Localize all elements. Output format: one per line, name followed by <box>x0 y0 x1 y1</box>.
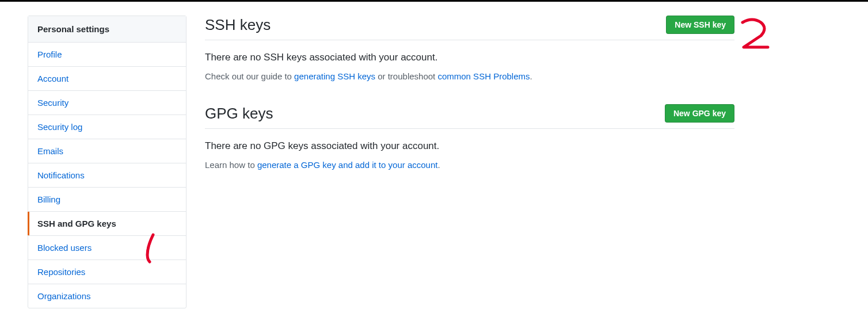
sidebar-item-security[interactable]: Security <box>28 91 186 115</box>
ssh-help-prefix: Check out our guide to <box>205 71 294 81</box>
gpg-help-text: Learn how to generate a GPG key and add … <box>205 160 734 170</box>
ssh-title: SSH keys <box>205 16 271 34</box>
new-gpg-key-button[interactable]: New GPG key <box>665 104 734 123</box>
ssh-help-suffix: . <box>530 71 532 81</box>
sidebar-item-repositories[interactable]: Repositories <box>28 260 186 284</box>
gpg-keys-section: GPG keys New GPG key There are no GPG ke… <box>205 104 734 170</box>
sidebar-header: Personal settings <box>28 16 186 43</box>
sidebar-item-account[interactable]: Account <box>28 67 186 91</box>
generate-gpg-key-link[interactable]: generate a GPG key and add it to your ac… <box>257 160 438 170</box>
new-ssh-key-button[interactable]: New SSH key <box>666 16 734 34</box>
main-content: SSH keys New SSH key There are no SSH ke… <box>205 16 734 308</box>
gpg-help-suffix: . <box>437 160 440 170</box>
sidebar-item-ssh-gpg-keys[interactable]: SSH and GPG keys <box>28 212 186 236</box>
generating-ssh-keys-link[interactable]: generating SSH keys <box>294 71 375 81</box>
ssh-keys-section: SSH keys New SSH key There are no SSH ke… <box>205 16 734 81</box>
sidebar-item-organizations[interactable]: Organizations <box>28 284 186 308</box>
ssh-section-header: SSH keys New SSH key <box>205 16 734 40</box>
sidebar-item-emails[interactable]: Emails <box>28 139 186 163</box>
sidebar-item-profile[interactable]: Profile <box>28 43 186 67</box>
ssh-help-mid: or troubleshoot <box>375 71 437 81</box>
ssh-help-text: Check out our guide to generating SSH ke… <box>205 71 734 81</box>
common-ssh-problems-link[interactable]: common SSH Problems <box>437 71 530 81</box>
gpg-empty-message: There are no GPG keys associated with yo… <box>205 140 734 152</box>
gpg-help-prefix: Learn how to <box>205 160 257 170</box>
gpg-title: GPG keys <box>205 105 273 123</box>
sidebar-item-billing[interactable]: Billing <box>28 188 186 212</box>
settings-sidebar: Personal settings Profile Account Securi… <box>28 16 186 308</box>
sidebar-item-notifications[interactable]: Notifications <box>28 163 186 188</box>
ssh-empty-message: There are no SSH keys associated with yo… <box>205 52 734 63</box>
sidebar-item-blocked-users[interactable]: Blocked users <box>28 236 186 260</box>
gpg-section-header: GPG keys New GPG key <box>205 104 734 129</box>
sidebar-item-security-log[interactable]: Security log <box>28 115 186 139</box>
